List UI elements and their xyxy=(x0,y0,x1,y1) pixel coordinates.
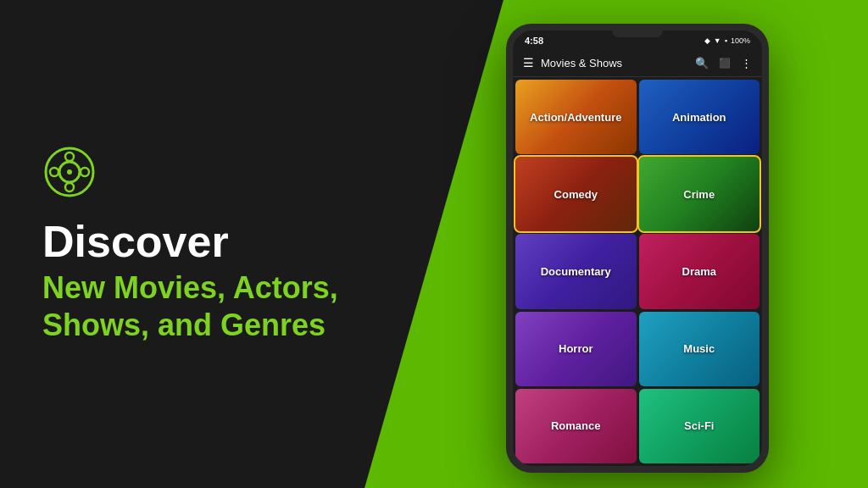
genre-tile-animation[interactable]: Animation xyxy=(639,80,760,154)
svg-point-5 xyxy=(81,168,89,176)
genre-tile-drama[interactable]: Drama xyxy=(639,234,760,308)
genre-label-drama: Drama xyxy=(682,265,716,278)
header-right: 🔍 ⬛ ⋮ xyxy=(695,57,752,69)
genre-label-crime: Crime xyxy=(683,188,715,201)
right-panel: 4:58 ◆ ▼ ▪ 100% ☰ Movies & Shows 🔍 ⬛ ⋮ xyxy=(407,0,868,488)
genre-tile-crime[interactable]: Crime xyxy=(639,157,760,231)
genre-tile-action[interactable]: Action/Adventure xyxy=(515,80,637,154)
headline-sub: New Movies, Actors, Shows, and Genres xyxy=(42,269,364,342)
cast-icon[interactable]: ⬛ xyxy=(719,58,731,69)
genre-tile-romance[interactable]: Romance xyxy=(515,389,637,463)
left-panel: Discover New Movies, Actors, Shows, and … xyxy=(0,0,407,488)
app-title: Movies & Shows xyxy=(541,57,622,69)
header-left: ☰ Movies & Shows xyxy=(523,56,622,69)
genre-label-scifi: Sci-Fi xyxy=(684,419,714,432)
camera-notch xyxy=(612,30,663,37)
svg-point-4 xyxy=(50,168,58,176)
svg-point-3 xyxy=(65,183,74,191)
genre-label-romance: Romance xyxy=(551,419,601,432)
genre-tile-horror[interactable]: Horror xyxy=(515,312,637,386)
genre-label-documentary: Documentary xyxy=(541,265,611,278)
wifi-icon: ▼ xyxy=(714,36,721,45)
film-reel-icon xyxy=(42,145,364,202)
battery-icon: ▪ xyxy=(725,36,727,45)
status-time: 4:58 xyxy=(525,36,543,46)
genre-label-animation: Animation xyxy=(672,111,726,124)
genre-tile-comedy[interactable]: Comedy xyxy=(515,157,637,231)
genre-tile-music[interactable]: Music xyxy=(639,312,760,386)
genre-label-music: Music xyxy=(683,342,715,355)
genre-grid: Action/AdventureAnimationComedyCrimeDocu… xyxy=(513,77,762,466)
phone-screen: 4:58 ◆ ▼ ▪ 100% ☰ Movies & Shows 🔍 ⬛ ⋮ xyxy=(513,30,762,466)
genre-label-action: Action/Adventure xyxy=(530,111,621,124)
battery-percent: 100% xyxy=(731,36,750,45)
genre-tile-documentary[interactable]: Documentary xyxy=(515,234,637,308)
phone-mockup: 4:58 ◆ ▼ ▪ 100% ☰ Movies & Shows 🔍 ⬛ ⋮ xyxy=(506,24,769,473)
headline-discover: Discover xyxy=(42,218,364,266)
genre-label-horror: Horror xyxy=(559,342,593,355)
app-header: ☰ Movies & Shows 🔍 ⬛ ⋮ xyxy=(513,49,762,77)
signal-icon: ◆ xyxy=(704,36,710,45)
genre-tile-scifi[interactable]: Sci-Fi xyxy=(639,389,760,463)
hamburger-icon[interactable]: ☰ xyxy=(523,56,534,69)
svg-point-6 xyxy=(67,169,72,175)
more-options-icon[interactable]: ⋮ xyxy=(741,57,752,69)
genre-label-comedy: Comedy xyxy=(554,188,598,201)
status-icons: ◆ ▼ ▪ 100% xyxy=(704,36,750,45)
svg-point-2 xyxy=(65,152,74,161)
search-icon[interactable]: 🔍 xyxy=(695,57,709,69)
